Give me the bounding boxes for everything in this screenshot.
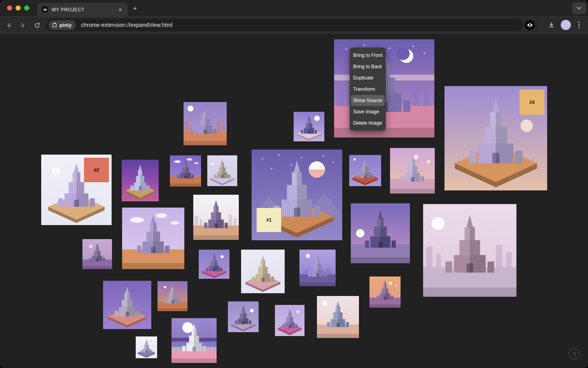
- pinly-eye-favicon: [42, 6, 48, 13]
- canvas-image-sunset-cliffs-tower[interactable]: [158, 281, 187, 311]
- canvas-image-dusty-mosque[interactable]: [423, 204, 516, 297]
- new-tab-button[interactable]: +: [130, 4, 140, 14]
- canvas-image-canyon-city[interactable]: [184, 102, 227, 145]
- zoom-window-button[interactable]: [24, 5, 29, 11]
- canvas-image-twin-cathedral[interactable]: [390, 148, 435, 194]
- back-arrow-icon: [5, 22, 12, 29]
- canvas[interactable]: #1#2#3Bring to FrontBring to BackDuplica…: [0, 33, 588, 368]
- traffic-lights: [7, 5, 29, 11]
- url-bar[interactable]: pinly chrome-extension://expandView.html: [46, 19, 523, 31]
- canvas-image-dark-spires[interactable]: [351, 203, 410, 263]
- menu-item-delete-image[interactable]: Delete Image: [351, 118, 385, 129]
- canvas-image-staircase-castle[interactable]: [103, 281, 151, 329]
- help-button[interactable]: ?: [569, 348, 580, 360]
- sticky-note-1[interactable]: #1: [257, 208, 281, 232]
- canvas-image-red-base-fort[interactable]: [349, 155, 381, 186]
- context-menu: Bring to FrontBring to BackDuplicateTran…: [350, 48, 386, 131]
- canvas-image-small-moon-tower[interactable]: [294, 112, 324, 141]
- canvas-image-clouds-desert-fort[interactable]: [122, 208, 184, 269]
- close-window-button[interactable]: [7, 5, 12, 11]
- canvas-image-crystal-tower[interactable]: [122, 160, 159, 201]
- eye-icon: [527, 22, 533, 28]
- extension-eye-button[interactable]: [525, 20, 535, 30]
- tab-close-icon[interactable]: ×: [117, 6, 124, 13]
- canvas-image-small-ruin-city[interactable]: [82, 239, 112, 269]
- downloads-button[interactable]: [547, 21, 556, 29]
- canvas-image-mountain-moon-citadel[interactable]: [299, 250, 336, 286]
- canvas-image-glowing-gate[interactable]: [170, 155, 201, 187]
- menu-item-bring-to-back[interactable]: Bring to Back: [351, 61, 385, 72]
- forward-arrow-icon: [19, 22, 26, 29]
- menu-item-bring-to-front[interactable]: Bring to Front: [351, 50, 385, 61]
- download-icon: [548, 21, 555, 28]
- reload-icon: [34, 22, 40, 29]
- url-text: chrome-extension://expandView.html: [81, 22, 172, 28]
- extension-badge-label: pinly: [60, 22, 72, 28]
- canvas-image-small-pink-ground-tower[interactable]: [199, 250, 229, 279]
- canvas-image-tiny-tower[interactable]: [136, 336, 157, 358]
- reload-button[interactable]: [33, 21, 41, 29]
- canvas-image-arch-moon-tower[interactable]: [228, 301, 259, 332]
- toolbar-divider: [541, 21, 541, 29]
- canvas-image-sandstone-ruins[interactable]: [241, 250, 285, 293]
- canvas-image-sunset-two-suns[interactable]: [369, 276, 401, 308]
- profile-avatar[interactable]: [561, 20, 571, 30]
- menu-item-duplicate[interactable]: Duplicate: [351, 72, 385, 83]
- canvas-image-pale-desert-tower[interactable]: [317, 296, 359, 338]
- tab-search-chevron-button[interactable]: [572, 2, 586, 14]
- menu-item-show-source[interactable]: Show Source: [351, 95, 385, 106]
- tab-my-project[interactable]: MY PROJECT ×: [37, 3, 128, 16]
- sticky-note-3[interactable]: #3: [520, 90, 544, 115]
- minimize-window-button[interactable]: [16, 5, 21, 11]
- canvas-image-arch-ruin[interactable]: [207, 155, 237, 186]
- back-button[interactable]: [5, 21, 13, 29]
- forward-button[interactable]: [19, 21, 27, 29]
- canvas-image-pink-sky-city[interactable]: [193, 195, 239, 240]
- sticky-note-2[interactable]: #2: [84, 158, 109, 182]
- browser-window: MY PROJECT × + pinly chrome-extension://…: [0, 0, 588, 368]
- canvas-image-magenta-ground-towers[interactable]: [275, 305, 304, 336]
- chevron-down-icon: [577, 7, 581, 10]
- pinly-extension-badge[interactable]: pinly: [49, 20, 76, 30]
- titlebar: MY PROJECT × +: [0, 0, 588, 16]
- kebab-menu-icon: [578, 21, 580, 28]
- pinly-icon: [52, 23, 57, 28]
- menu-item-transform[interactable]: Transform: [351, 84, 385, 95]
- toolbar: pinly chrome-extension://expandView.html: [0, 16, 588, 33]
- help-label: ?: [572, 351, 576, 357]
- canvas-image-beach-moon-tower[interactable]: [172, 318, 217, 363]
- menu-item-save-image[interactable]: Save Image: [351, 106, 385, 117]
- browser-menu-button[interactable]: [576, 21, 582, 29]
- tab-title: MY PROJECT: [52, 7, 117, 12]
